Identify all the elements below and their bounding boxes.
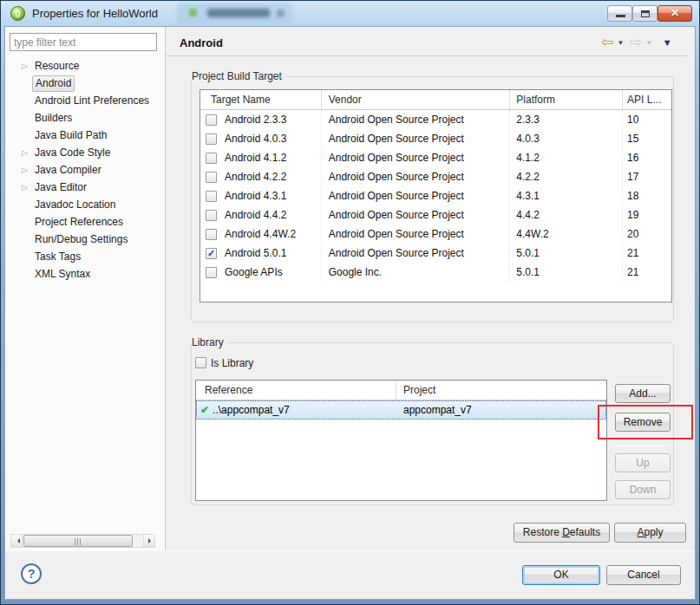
sidebar-item-java-editor[interactable]: ▷Java Editor	[5, 179, 164, 196]
category-tree: ▷Resource Android Android Lint Preferenc…	[5, 57, 164, 283]
column-reference[interactable]: Reference	[196, 381, 396, 400]
vendor-cell: Android Open Source Project	[322, 129, 511, 148]
api-cell: 10	[623, 110, 671, 129]
platform-cell: 2.3.3	[510, 110, 623, 129]
target-checkbox[interactable]	[206, 210, 217, 221]
forward-dropdown-icon[interactable]: ▼	[645, 39, 652, 47]
column-api-level[interactable]: API L...	[623, 90, 671, 109]
column-project[interactable]: Project	[396, 381, 606, 400]
vendor-cell: Android Open Source Project	[322, 224, 511, 244]
platform-cell: 4.0.3	[510, 129, 623, 148]
is-library-label: Is Library	[211, 357, 253, 369]
minimize-icon	[616, 15, 625, 17]
table-row[interactable]: Google APIs Google Inc. 5.0.1 21	[200, 263, 671, 282]
target-checkbox[interactable]	[206, 133, 217, 145]
down-button[interactable]: Down	[615, 480, 671, 499]
sidebar-item-javadoc-location[interactable]: Javadoc Location	[5, 196, 164, 213]
minimize-button[interactable]	[607, 5, 632, 22]
sidebar-item-run-debug-settings[interactable]: Run/Debug Settings	[5, 231, 164, 248]
scroll-right-arrow[interactable]	[143, 535, 154, 547]
background-tab-icon	[189, 9, 197, 16]
expand-icon[interactable]: ▷	[22, 161, 34, 179]
sidebar-item-android-lint-preferences[interactable]: Android Lint Preferences	[5, 92, 164, 109]
properties-category-sidebar: ▷Resource Android Android Lint Preferenc…	[5, 27, 166, 550]
platform-cell: 5.0.1	[510, 263, 623, 282]
sidebar-item-label: Project References	[35, 213, 123, 231]
button-label: efaults	[570, 526, 600, 538]
expand-icon[interactable]: ▷	[22, 57, 34, 75]
button-divider	[617, 446, 669, 446]
sidebar-item-task-tags[interactable]: Task Tags	[5, 248, 164, 265]
is-library-checkbox[interactable]	[195, 357, 206, 368]
column-vendor[interactable]: Vendor	[322, 90, 511, 109]
footer-divider	[5, 550, 695, 551]
table-row[interactable]: Android 4.0.3 Android Open Source Projec…	[200, 129, 671, 148]
sidebar-item-java-build-path[interactable]: Java Build Path	[5, 127, 164, 144]
table-row[interactable]: Android 2.3.3 Android Open Source Projec…	[200, 110, 671, 129]
forward-arrow-icon[interactable]: ⇨	[630, 35, 642, 50]
header-divider	[167, 55, 688, 56]
up-button[interactable]: Up	[615, 453, 671, 472]
platform-cell: 4.4W.2	[510, 224, 623, 244]
vendor-cell: Android Open Source Project	[322, 110, 511, 129]
target-name: Android 4.0.3	[225, 129, 286, 148]
platform-cell: 4.4.2	[510, 205, 623, 224]
sidebar-item-xml-syntax[interactable]: XML Syntax	[5, 265, 164, 283]
sidebar-item-java-compiler[interactable]: ▷Java Compiler	[5, 161, 164, 179]
history-nav: ⇦ ▼ ⇨ ▼ ▼	[601, 35, 691, 50]
table-row[interactable]: Android 4.2.2 Android Open Source Projec…	[200, 167, 671, 186]
table-row-checked[interactable]: ✓Android 5.0.1 Android Open Source Proje…	[200, 244, 671, 263]
target-checkbox[interactable]	[206, 153, 217, 164]
table-row[interactable]: Android 4.1.2 Android Open Source Projec…	[200, 148, 671, 167]
cancel-button[interactable]: Cancel	[606, 565, 681, 585]
vendor-cell: Android Open Source Project	[322, 186, 511, 205]
table-header: Reference Project	[196, 381, 606, 400]
sidebar-item-builders[interactable]: Builders	[5, 109, 164, 127]
table-row[interactable]: Android 4.4W.2 Android Open Source Proje…	[200, 224, 671, 244]
sidebar-item-label: XML Syntax	[35, 265, 90, 283]
expand-icon[interactable]: ▷	[22, 179, 34, 196]
vendor-cell: Google Inc.	[322, 263, 511, 282]
target-checkbox[interactable]	[206, 114, 217, 126]
scrollbar-thumb[interactable]	[23, 535, 133, 547]
apply-button[interactable]: Apply	[614, 523, 686, 543]
column-platform[interactable]: Platform	[510, 90, 623, 109]
sidebar-item-project-references[interactable]: Project References	[5, 213, 164, 231]
help-button[interactable]: ?	[21, 563, 42, 584]
back-arrow-icon[interactable]: ⇦	[601, 35, 613, 50]
expand-icon[interactable]: ▷	[22, 144, 34, 161]
view-menu-icon[interactable]: ▼	[663, 37, 672, 48]
column-target-name[interactable]: Target Name	[200, 90, 322, 109]
properties-dialog-window: () Properties for HelloWorld ✕ ▷Resource…	[0, 0, 700, 605]
target-checkbox[interactable]	[206, 191, 217, 202]
add-button[interactable]: Add...	[615, 384, 671, 403]
platform-cell: 4.2.2	[510, 167, 623, 186]
remove-annotation-rectangle	[598, 405, 693, 439]
button-label: Restore	[523, 526, 562, 538]
sidebar-item-label: Android Lint Preferences	[35, 92, 149, 109]
target-checkbox[interactable]	[206, 267, 217, 278]
sidebar-item-resource[interactable]: ▷Resource	[5, 57, 164, 75]
ok-button[interactable]: OK	[522, 565, 600, 585]
library-row-selected[interactable]: ✔..\appcompat_v7 appcompat_v7	[196, 400, 606, 420]
restore-defaults-button[interactable]: Restore Defaults	[514, 523, 610, 543]
maximize-button[interactable]	[632, 5, 657, 22]
table-row[interactable]: Android 4.4.2 Android Open Source Projec…	[200, 205, 671, 224]
target-checkbox[interactable]	[206, 172, 217, 183]
sidebar-item-java-code-style[interactable]: ▷Java Code Style	[5, 144, 164, 161]
filter-input[interactable]	[10, 33, 157, 51]
title-bar[interactable]: () Properties for HelloWorld ✕	[1, 1, 699, 26]
target-checkbox-checked[interactable]: ✓	[206, 248, 217, 259]
back-dropdown-icon[interactable]: ▼	[618, 39, 625, 47]
scroll-left-arrow[interactable]	[11, 535, 23, 547]
project-cell: appcompat_v7	[396, 400, 606, 420]
table-row[interactable]: Android 4.3.1 Android Open Source Projec…	[200, 186, 671, 205]
target-checkbox[interactable]	[206, 229, 217, 240]
close-button[interactable]: ✕	[657, 5, 692, 22]
sidebar-item-android[interactable]: Android	[5, 75, 164, 92]
window-title: Properties for HelloWorld	[32, 1, 158, 26]
api-cell: 15	[623, 129, 671, 148]
scrollbar-grip-icon	[75, 538, 82, 545]
sidebar-item-label: Resource	[35, 57, 79, 75]
sidebar-horizontal-scrollbar[interactable]	[10, 534, 155, 548]
